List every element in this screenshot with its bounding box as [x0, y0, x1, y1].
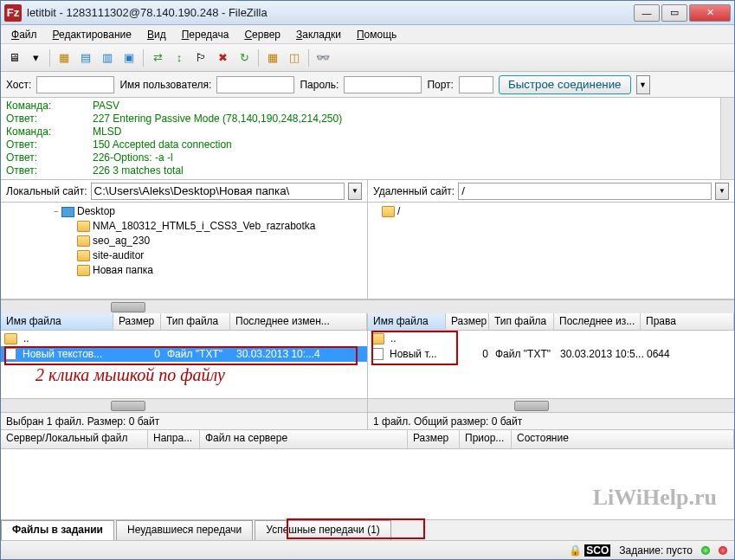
- local-col-modified[interactable]: Последнее измен...: [230, 313, 367, 330]
- file-lists: Имя файла Размер Тип файла Последнее изм…: [1, 313, 734, 413]
- menubar: Файл Редактирование Вид Передача Сервер …: [1, 25, 734, 44]
- host-label: Хост:: [6, 79, 31, 91]
- queue-col-size[interactable]: Размер: [408, 430, 460, 448]
- tab-queued[interactable]: Файлы в задании: [1, 520, 114, 540]
- statusbar: 🔒 SCO Задание: пусто: [1, 540, 734, 559]
- local-col-size[interactable]: Размер: [113, 313, 161, 330]
- local-site-label: Локальный сайт:: [6, 185, 87, 197]
- quickconnect-bar: Хост: Имя пользователя: Пароль: Порт: Бы…: [1, 72, 734, 98]
- queue-indicator-icon: 🔒 SCO: [569, 544, 610, 557]
- local-tree-scrollbar[interactable]: [1, 299, 368, 313]
- remote-site-label: Удаленный сайт:: [373, 185, 455, 197]
- tree-item[interactable]: NMA_180312_HTML5_i_CSS3_Veb_razrabotka: [4, 219, 364, 234]
- menu-view[interactable]: Вид: [140, 27, 173, 42]
- remote-status: 1 файл. Общий размер: 0 байт: [367, 413, 734, 430]
- list-item[interactable]: Новый т...0Файл "TXT"30.03.2013 10:5...0…: [368, 346, 734, 362]
- host-input[interactable]: [36, 76, 114, 93]
- app-icon: Fz: [4, 4, 22, 22]
- menu-file[interactable]: Файл: [4, 27, 44, 42]
- log-line: Команда:MLSD: [6, 126, 729, 138]
- tab-success[interactable]: Успешные передачи (1): [255, 520, 391, 540]
- remote-col-perms[interactable]: Права: [641, 313, 734, 330]
- list-item[interactable]: ..: [368, 331, 734, 346]
- quickconnect-button[interactable]: Быстрое соединение: [499, 75, 631, 94]
- remote-list-body[interactable]: ..Новый т...0Файл "TXT"30.03.2013 10:5..…: [368, 331, 734, 398]
- password-input[interactable]: [344, 76, 422, 93]
- refresh-icon[interactable]: ⇄: [148, 48, 167, 68]
- log-line: Статус:Список каталогов извлечен: [6, 177, 729, 180]
- tree-item[interactable]: Новая папка: [4, 263, 364, 278]
- local-col-type[interactable]: Тип файла: [161, 313, 230, 330]
- queue-col-direction[interactable]: Напра...: [148, 430, 200, 448]
- toggle-queue-icon[interactable]: ▥: [98, 48, 117, 68]
- site-path-bar: Локальный сайт: ▼ Удаленный сайт: ▼: [1, 180, 734, 203]
- minimize-button[interactable]: —: [634, 4, 660, 22]
- reconnect-icon[interactable]: ↻: [235, 48, 254, 68]
- queue-col-remote[interactable]: Файл на сервере: [200, 430, 408, 448]
- close-button[interactable]: ✕: [689, 4, 731, 22]
- menu-server[interactable]: Сервер: [237, 27, 287, 42]
- maximize-button[interactable]: ▭: [661, 4, 687, 22]
- log-scrollbar[interactable]: [720, 98, 734, 179]
- list-item[interactable]: Новый текстов...0Файл "TXT"30.03.2013 10…: [1, 346, 367, 362]
- tree-item[interactable]: seo_ag_230: [4, 234, 364, 248]
- menu-transfer[interactable]: Передача: [175, 27, 236, 42]
- remote-file-list: Имя файла Размер Тип файла Последнее из.…: [368, 313, 734, 412]
- username-input[interactable]: [216, 76, 294, 93]
- queue-status-text: Задание: пусто: [619, 544, 693, 557]
- port-label: Порт:: [427, 79, 454, 91]
- remote-col-size[interactable]: Размер: [446, 313, 489, 330]
- log-line: Ответ:226 3 matches total: [6, 164, 729, 177]
- local-list-body[interactable]: ..Новый текстов...0Файл "TXT"30.03.2013 …: [1, 331, 367, 398]
- local-col-name[interactable]: Имя файла: [1, 313, 113, 330]
- tree-item[interactable]: −Desktop: [4, 204, 364, 219]
- message-log[interactable]: Команда:PASVОтвет:227 Entering Passive M…: [1, 98, 734, 180]
- local-status: Выбран 1 файл. Размер: 0 байт: [1, 413, 367, 430]
- log-line: Ответ:226-Options: -a -l: [6, 151, 729, 164]
- port-input[interactable]: [459, 76, 493, 93]
- cancel-icon[interactable]: 🏳: [191, 48, 210, 68]
- menu-help[interactable]: Помощь: [350, 27, 403, 42]
- local-path-input[interactable]: [91, 183, 345, 200]
- titlebar: Fz letitbit - 1283111302@78.140.190.248 …: [1, 1, 734, 25]
- queue-body[interactable]: LiWiHelp.ru: [1, 449, 734, 519]
- log-line: Команда:PASV: [6, 100, 729, 113]
- queue-col-state[interactable]: Состояние: [512, 430, 734, 448]
- toggle-tree-icon[interactable]: ▤: [76, 48, 95, 68]
- remote-path-dropdown[interactable]: ▼: [715, 183, 729, 200]
- filter-icon[interactable]: ▦: [263, 48, 282, 68]
- remote-col-modified[interactable]: Последнее из...: [554, 313, 641, 330]
- sitemanager-icon[interactable]: 🖥: [4, 48, 23, 68]
- local-list-scrollbar[interactable]: [1, 398, 367, 412]
- annotation-text: 2 клика мышкой по файлу: [35, 365, 225, 385]
- menu-edit[interactable]: Редактирование: [46, 27, 139, 42]
- local-tree[interactable]: −DesktopNMA_180312_HTML5_i_CSS3_Veb_razr…: [1, 203, 368, 299]
- remote-col-type[interactable]: Тип файла: [489, 313, 554, 330]
- dropdown-icon[interactable]: ▾: [26, 48, 45, 68]
- activity-led-send: [719, 546, 727, 555]
- menu-bookmarks[interactable]: Закладки: [289, 27, 348, 42]
- remote-list-scrollbar[interactable]: [368, 398, 734, 412]
- local-path-dropdown[interactable]: ▼: [348, 183, 362, 200]
- find-icon[interactable]: 👓: [313, 48, 332, 68]
- list-item[interactable]: ..: [1, 331, 367, 346]
- toolbar: 🖥 ▾ ▦ ▤ ▥ ▣ ⇄ ↕ 🏳 ✖ ↻ ▦ ◫ 👓: [1, 44, 734, 72]
- toggle-log-icon[interactable]: ▦: [55, 48, 74, 68]
- tree-item[interactable]: /: [371, 204, 731, 219]
- quickconnect-history-dropdown[interactable]: ▼: [636, 75, 650, 94]
- tree-item[interactable]: site-auditor: [4, 248, 364, 263]
- remote-tree-scrollbar[interactable]: [368, 299, 735, 313]
- local-file-list: Имя файла Размер Тип файла Последнее изм…: [1, 313, 368, 412]
- remote-path-input[interactable]: [458, 183, 712, 200]
- disconnect-icon[interactable]: ✖: [213, 48, 232, 68]
- remote-tree[interactable]: /: [368, 203, 734, 299]
- remote-col-name[interactable]: Имя файла: [368, 313, 446, 330]
- tab-failed[interactable]: Неудавшиеся передачи: [116, 520, 253, 540]
- process-queue-icon[interactable]: ↕: [170, 48, 189, 68]
- toggle-sync-icon[interactable]: ▣: [119, 48, 139, 68]
- queue-col-priority[interactable]: Приор...: [460, 430, 512, 448]
- user-label: Имя пользователя:: [119, 79, 211, 91]
- window-title: letitbit - 1283111302@78.140.190.248 - F…: [27, 6, 634, 19]
- queue-col-server[interactable]: Сервер/Локальный файл: [1, 430, 148, 448]
- compare-icon[interactable]: ◫: [285, 48, 304, 68]
